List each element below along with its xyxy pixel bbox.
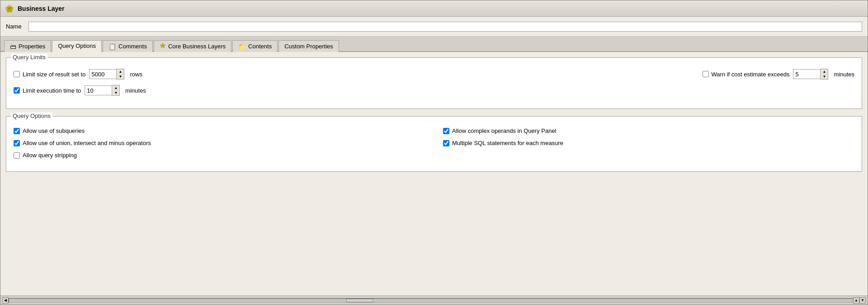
scroll-up-arrow[interactable]: ▲	[853, 297, 859, 304]
name-row: Name	[0, 17, 868, 37]
tabs-bar: 🗃 Properties Query Options 📋 Comments Co…	[0, 37, 868, 52]
limit-time-spinner: ▲ ▼	[112, 85, 120, 96]
limit-time-unit: minutes	[125, 87, 146, 94]
core-icon	[160, 42, 166, 50]
window-title: Business Layer	[18, 5, 65, 12]
stripping-text: Allow query stripping	[23, 152, 77, 159]
app-icon	[5, 4, 14, 13]
query-limits-content: Limit size of result set to ▲ ▼ rows	[14, 69, 854, 96]
limit-size-checkbox[interactable]	[14, 71, 20, 77]
query-limits-title: Query Limits	[11, 54, 47, 61]
content-area: Query Limits Limit size of result set to…	[0, 52, 868, 296]
limit-time-input[interactable]	[85, 85, 112, 95]
query-options-group: Query Options Allow use of subqueries	[6, 116, 862, 172]
tab-query-options-label: Query Options	[58, 42, 96, 49]
scrollbar-area: ◀ ▲ ▼	[0, 296, 868, 305]
options-col-right: Allow complex operands in Query Panel Mu…	[443, 127, 854, 164]
stripping-checkbox[interactable]	[14, 152, 20, 159]
limit-size-down[interactable]: ▼	[117, 74, 124, 79]
warn-cost-up[interactable]: ▲	[821, 69, 828, 74]
comments-icon: 📋	[108, 43, 116, 50]
limit-size-input[interactable]	[89, 69, 116, 79]
window: Business Layer Name 🗃 Properties Query O…	[0, 0, 868, 305]
complex-operands-checkbox[interactable]	[443, 128, 449, 134]
multiple-sql-row: Multiple SQL statements for each measure	[443, 140, 854, 146]
warn-cost-label: Warn if cost estimate exceeds	[712, 71, 790, 78]
subqueries-row: Allow use of subqueries	[14, 127, 425, 134]
query-options-content: Allow use of subqueries Allow use of uni…	[14, 127, 854, 164]
tab-comments-label: Comments	[118, 43, 147, 50]
tab-contents[interactable]: 📁 Contents	[232, 40, 278, 52]
warn-cost-spinner: ▲ ▼	[820, 69, 828, 80]
scroll-down-arrow[interactable]: ▼	[859, 297, 866, 304]
tab-properties-label: Properties	[19, 43, 45, 50]
query-options-title: Query Options	[11, 113, 52, 119]
tab-core-label: Core Business Layers	[168, 43, 226, 50]
limit-size-input-wrap: ▲ ▼	[89, 69, 124, 80]
options-col-left: Allow use of subqueries Allow use of uni…	[14, 127, 425, 164]
limits-row-1: Limit size of result set to ▲ ▼ rows	[14, 69, 854, 80]
tab-custom-label: Custom Properties	[284, 43, 333, 50]
complex-operands-row: Allow complex operands in Query Panel	[443, 127, 854, 134]
multiple-sql-text: Multiple SQL statements for each measure	[452, 140, 563, 146]
warn-cost-checkbox-label[interactable]: Warn if cost estimate exceeds	[703, 71, 790, 78]
svg-marker-3	[160, 43, 165, 48]
warn-cost-input[interactable]	[793, 69, 820, 79]
name-label: Name	[6, 23, 24, 30]
subqueries-label[interactable]: Allow use of subqueries	[14, 127, 85, 134]
stripping-label[interactable]: Allow query stripping	[14, 152, 77, 159]
tab-contents-label: Contents	[248, 43, 272, 50]
limit-size-label: Limit size of result set to	[23, 71, 85, 78]
tab-comments[interactable]: 📋 Comments	[103, 40, 153, 52]
limit-time-label: Limit execution time to	[23, 87, 81, 94]
tab-core-business-layers[interactable]: Core Business Layers	[154, 40, 231, 52]
limit-size-up[interactable]: ▲	[117, 69, 124, 74]
limit-size-unit: rows	[130, 71, 142, 78]
limit-size-spinner: ▲ ▼	[116, 69, 124, 80]
stripping-row: Allow query stripping	[14, 152, 425, 159]
limit-time-up[interactable]: ▲	[112, 85, 119, 90]
limit-size-checkbox-label[interactable]: Limit size of result set to	[14, 71, 85, 78]
union-checkbox[interactable]	[14, 140, 20, 146]
union-text: Allow use of union, intersect and minus …	[23, 140, 151, 146]
scrollbar-track[interactable]	[9, 298, 853, 303]
multiple-sql-label[interactable]: Multiple SQL statements for each measure	[443, 140, 563, 146]
name-input[interactable]	[28, 22, 862, 32]
scroll-left-arrow[interactable]: ◀	[2, 297, 9, 304]
complex-operands-text: Allow complex operands in Query Panel	[452, 127, 557, 134]
warn-cost-unit: minutes	[834, 71, 854, 78]
subqueries-text: Allow use of subqueries	[23, 127, 85, 134]
warn-cost-checkbox[interactable]	[703, 71, 709, 77]
limit-time-checkbox[interactable]	[14, 87, 20, 94]
warn-cost-input-wrap: ▲ ▼	[793, 69, 828, 80]
union-label[interactable]: Allow use of union, intersect and minus …	[14, 140, 151, 146]
union-row: Allow use of union, intersect and minus …	[14, 140, 425, 146]
subqueries-checkbox[interactable]	[14, 128, 20, 134]
limit-time-checkbox-label[interactable]: Limit execution time to	[14, 87, 81, 94]
scrollbar-thumb[interactable]	[346, 299, 373, 302]
contents-icon: 📁	[238, 43, 246, 50]
title-bar: Business Layer	[0, 0, 868, 17]
warn-cost-down[interactable]: ▼	[821, 74, 828, 79]
tab-query-options[interactable]: Query Options	[52, 40, 102, 52]
properties-icon: 🗃	[10, 43, 16, 50]
options-two-col: Allow use of subqueries Allow use of uni…	[14, 127, 854, 164]
tab-custom-properties[interactable]: Custom Properties	[278, 40, 339, 52]
multiple-sql-checkbox[interactable]	[443, 140, 449, 146]
limit-time-input-wrap: ▲ ▼	[85, 85, 120, 96]
complex-operands-label[interactable]: Allow complex operands in Query Panel	[443, 127, 557, 134]
query-limits-group: Query Limits Limit size of result set to…	[6, 57, 862, 109]
limit-time-down[interactable]: ▼	[112, 90, 119, 95]
tab-properties[interactable]: 🗃 Properties	[4, 40, 51, 52]
limits-row-2: Limit execution time to ▲ ▼ minutes	[14, 85, 854, 96]
